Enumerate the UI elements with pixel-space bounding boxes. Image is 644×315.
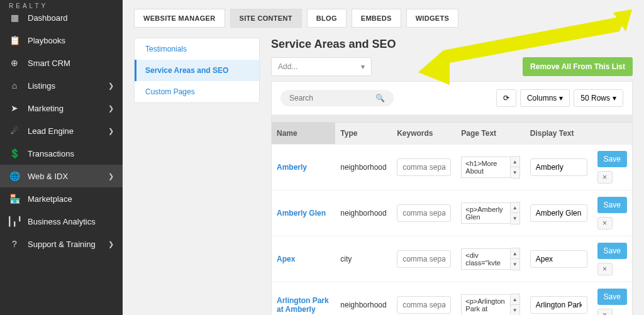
main: WEBSITE MANAGERSITE CONTENTBLOGEMBEDSWID… (123, 0, 644, 315)
search-wrap[interactable]: 🔍 (280, 90, 394, 106)
refresh-button[interactable]: ⟳ (496, 89, 516, 107)
display-text-input[interactable] (530, 204, 587, 222)
delete-button[interactable]: × (597, 217, 613, 229)
subnav-item-testimonials[interactable]: Testimonials (135, 38, 259, 60)
sidebar-item-marketplace[interactable]: 🏪Marketplace (0, 187, 123, 210)
sidebar-item-dashboard[interactable]: ▦Dashboard (0, 6, 123, 29)
columns-button[interactable]: Columns▾ (520, 89, 570, 107)
sidebar-item-label: Marketing (28, 104, 108, 113)
table-card: 🔍 ⟳ Columns▾ 50 Rows▾ NameTypeKeywordsPa… (271, 81, 633, 315)
sidebar-item-listings[interactable]: ⌂Listings❯ (0, 74, 123, 97)
tab-embeds[interactable]: EMBEDS (352, 9, 401, 28)
home-icon: ⌂ (9, 80, 20, 91)
save-button[interactable]: Save (597, 151, 627, 167)
display-text-input[interactable] (530, 158, 587, 176)
stepper-down[interactable]: ▼ (511, 305, 519, 315)
stepper-up[interactable]: ▲ (511, 157, 519, 167)
tabs: WEBSITE MANAGERSITE CONTENTBLOGEMBEDSWID… (134, 9, 633, 28)
magnet-icon: ☄ (9, 125, 20, 136)
remove-all-button[interactable]: Remove All From This List (523, 57, 633, 76)
table-row: Apexcity<div class="kvte▲▼Save× (272, 236, 632, 282)
stepper-down[interactable]: ▼ (511, 259, 519, 270)
column-header[interactable]: Display Text (525, 123, 592, 145)
help-icon: ? (9, 238, 20, 250)
sidebar-item-smart-crm[interactable]: ⊕Smart CRM (0, 52, 123, 74)
chevron-right-icon: ❯ (108, 240, 114, 248)
horizontal-scrollbar[interactable] (272, 115, 632, 123)
page-text-field[interactable]: <div class="kvte (461, 248, 510, 270)
row-name-link[interactable]: Apex (277, 255, 295, 263)
chevron-down-icon: ▾ (559, 94, 563, 102)
chevron-down-icon: ▾ (613, 94, 616, 102)
add-select-label: Add... (278, 62, 297, 71)
sidebar-item-lead-engine[interactable]: ☄Lead Engine❯ (0, 119, 123, 142)
row-type: neighborhood (335, 282, 392, 316)
sidebar-item-label: Playbooks (28, 36, 114, 45)
delete-button[interactable]: × (597, 309, 613, 315)
page-text-field[interactable]: <p>Amberly Glen (461, 202, 510, 224)
display-text-input[interactable] (530, 250, 587, 268)
sidebar-item-label: Dashboard (28, 13, 114, 23)
keywords-input[interactable] (397, 204, 451, 222)
row-name-link[interactable]: Amberly (277, 163, 307, 172)
keywords-input[interactable] (397, 296, 451, 314)
table-row: Amberlyneighborhood<h1>More About▲▼Save× (272, 145, 632, 191)
column-header[interactable]: Name (272, 123, 335, 145)
tab-widgets[interactable]: WIDGETS (406, 9, 458, 28)
tab-site-content[interactable]: SITE CONTENT (230, 9, 302, 28)
column-header[interactable]: Type (335, 123, 392, 145)
save-button[interactable]: Save (597, 243, 627, 259)
stepper-down[interactable]: ▼ (511, 213, 519, 224)
subnav-item-custom-pages[interactable]: Custom Pages (135, 81, 259, 102)
page-text-field[interactable]: <p>Arlington Park at (461, 294, 510, 315)
save-button[interactable]: Save (597, 197, 627, 213)
stepper-up[interactable]: ▲ (511, 294, 519, 305)
stepper-down[interactable]: ▼ (511, 167, 519, 178)
tab-website-manager[interactable]: WEBSITE MANAGER (134, 9, 225, 28)
display-text-input[interactable] (530, 296, 587, 314)
chevron-right-icon: ❯ (108, 172, 114, 180)
subnav-item-service-areas-and-seo[interactable]: Service Areas and SEO (135, 60, 259, 81)
add-select[interactable]: Add... ▾ (271, 57, 372, 76)
delete-button[interactable]: × (597, 263, 613, 275)
chart-icon: ┃╻╹ (9, 216, 20, 227)
sidebar-item-label: Transactions (28, 149, 114, 158)
delete-button[interactable]: × (597, 171, 613, 184)
stepper-up[interactable]: ▲ (511, 248, 519, 259)
subnav: TestimonialsService Areas and SEOCustom … (134, 38, 260, 103)
grid-icon: ▦ (9, 12, 20, 23)
sidebar-item-label: Marketplace (28, 194, 114, 204)
sidebar-item-marketing[interactable]: ➤Marketing❯ (0, 97, 123, 119)
search-icon: 🔍 (375, 94, 385, 102)
column-header[interactable]: Keywords (392, 123, 456, 145)
save-button[interactable]: Save (597, 289, 627, 305)
sidebar: REALTY ▦Dashboard📋Playbooks⊕Smart CRM⌂Li… (0, 0, 123, 315)
target-icon: ⊕ (9, 57, 20, 69)
tab-blog[interactable]: BLOG (307, 9, 347, 28)
row-type: neighborhood (335, 191, 392, 236)
panel: Service Areas and SEO Add... ▾ Remove Al… (271, 38, 633, 315)
row-type: city (335, 236, 392, 282)
sidebar-item-transactions[interactable]: 💲Transactions (0, 142, 123, 165)
column-header[interactable]: Page Text (456, 123, 525, 145)
sidebar-item-label: Lead Engine (28, 126, 108, 136)
stepper-up[interactable]: ▲ (511, 202, 519, 213)
sidebar-item-label: Support & Training (28, 240, 108, 249)
sidebar-item-playbooks[interactable]: 📋Playbooks (0, 29, 123, 52)
row-name-link[interactable]: Arlington Park at Amberly (277, 296, 329, 314)
money-icon: 💲 (9, 148, 20, 159)
sidebar-item-business-analytics[interactable]: ┃╻╹Business Analytics (0, 210, 123, 233)
page-title: Service Areas and SEO (271, 38, 396, 51)
store-icon: 🏪 (9, 193, 20, 204)
sidebar-item-web-idx[interactable]: 🌐Web & IDX❯ (0, 165, 123, 187)
keywords-input[interactable] (397, 158, 451, 176)
column-header[interactable] (592, 123, 632, 145)
chevron-right-icon: ❯ (108, 104, 114, 113)
search-input[interactable] (289, 94, 375, 102)
page-text-field[interactable]: <h1>More About (461, 157, 510, 178)
rows-button[interactable]: 50 Rows▾ (574, 89, 623, 107)
chevron-right-icon: ❯ (108, 127, 114, 135)
sidebar-item-support-training[interactable]: ?Support & Training❯ (0, 233, 123, 255)
row-name-link[interactable]: Amberly Glen (277, 209, 326, 218)
keywords-input[interactable] (397, 250, 451, 268)
